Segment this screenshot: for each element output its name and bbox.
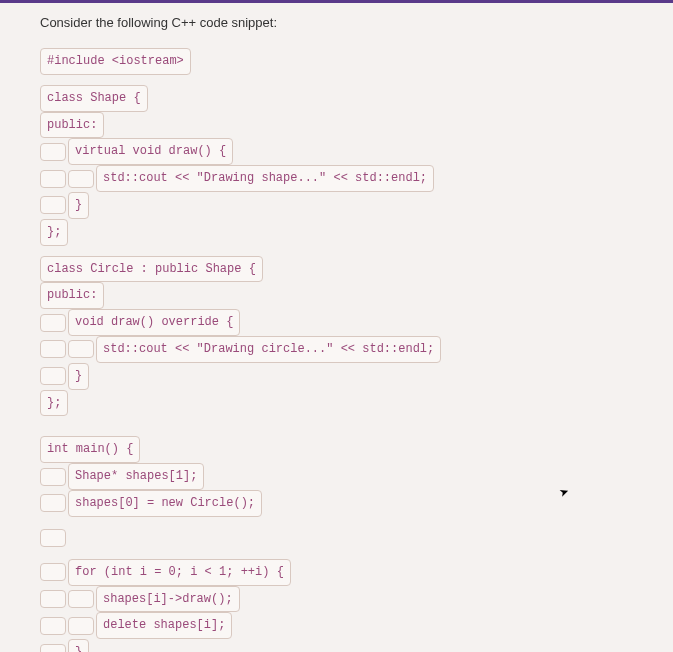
indent-block — [40, 494, 66, 512]
code-token: for (int i = 0; i < 1; ++i) { — [68, 559, 291, 586]
indent-block — [40, 314, 66, 332]
indent-block — [68, 590, 94, 608]
indent-block — [68, 340, 94, 358]
code-token: #include <iostream> — [40, 48, 191, 75]
indent-block — [40, 196, 66, 214]
code-snippet: #include <iostream> class Shape { public… — [40, 48, 673, 652]
code-token: virtual void draw() { — [68, 138, 233, 165]
code-token: shapes[0] = new Circle(); — [68, 490, 262, 517]
code-token: } — [68, 363, 89, 390]
indent-block — [40, 644, 66, 652]
code-token: public: — [40, 282, 104, 309]
indent-block — [40, 529, 66, 547]
code-token: std::cout << "Drawing shape..." << std::… — [96, 165, 434, 192]
indent-block — [68, 170, 94, 188]
code-token: shapes[i]->draw(); — [96, 586, 240, 613]
code-token: } — [68, 192, 89, 219]
indent-block — [68, 617, 94, 635]
code-token: }; — [40, 390, 68, 417]
code-token: } — [68, 639, 89, 652]
code-token: Shape* shapes[1]; — [68, 463, 204, 490]
code-token: class Shape { — [40, 85, 148, 112]
code-token: std::cout << "Drawing circle..." << std:… — [96, 336, 441, 363]
code-token: class Circle : public Shape { — [40, 256, 263, 283]
indent-block — [40, 340, 66, 358]
indent-block — [40, 617, 66, 635]
code-token: public: — [40, 112, 104, 139]
indent-block — [40, 468, 66, 486]
code-token: int main() { — [40, 436, 140, 463]
indent-block — [40, 590, 66, 608]
indent-block — [40, 143, 66, 161]
code-token: delete shapes[i]; — [96, 612, 232, 639]
code-token: void draw() override { — [68, 309, 240, 336]
indent-block — [40, 367, 66, 385]
code-token: }; — [40, 219, 68, 246]
question-text: Consider the following C++ code snippet: — [40, 15, 673, 30]
indent-block — [40, 563, 66, 581]
indent-block — [40, 170, 66, 188]
